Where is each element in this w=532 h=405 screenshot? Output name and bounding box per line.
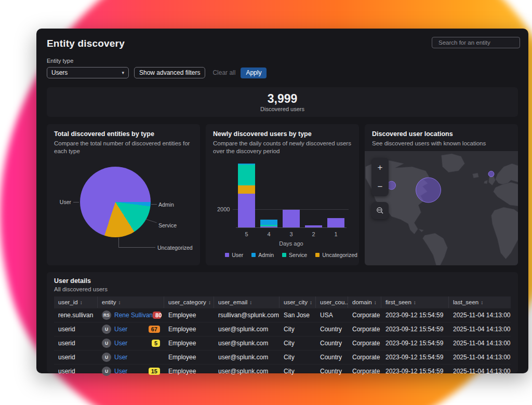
pie-chart: User Admin Service Uncategorized (54, 157, 193, 259)
bar-segment-uncategorized (238, 185, 255, 194)
sort-icon: ↕ (80, 300, 83, 305)
sort-icon: ↕ (118, 300, 121, 305)
cell-last-seen: 2025-11-04 14:13:00 (449, 322, 511, 336)
cell-entity: UUser67 (98, 322, 164, 336)
column-header-domain[interactable]: domain↕ (348, 296, 381, 308)
entity-type-dropdown[interactable]: Users ▾ (47, 67, 129, 78)
world-map[interactable]: + − (365, 151, 518, 265)
leader-line-user (73, 202, 79, 203)
x-axis-ticks: 54321 (236, 231, 347, 237)
map-card: Discovered user locations See discovered… (365, 124, 518, 265)
cell-user-country: Country (316, 350, 348, 364)
cell-user-country: Country (316, 365, 348, 378)
chart-legend: UserAdminServiceUncategorized (236, 252, 347, 258)
risk-score-badge: 5 (152, 340, 160, 347)
table-header-row: user_id↕entity↕user_category↕user_email↕… (54, 296, 511, 308)
bar-card-subtitle: Compare the daily counts of newly discov… (213, 140, 352, 155)
leader-line-service (145, 219, 156, 223)
search-input[interactable] (438, 39, 518, 46)
entity-discovery-window: Entity discovery Entity type Users ▾ Sho… (36, 29, 528, 373)
column-label: last_seen (453, 299, 478, 305)
cell-user-id: userid (54, 350, 98, 364)
sort-icon: ↕ (481, 300, 483, 305)
entity-link[interactable]: User (114, 354, 127, 361)
column-header-user_cou[interactable]: user_cou...↕ (316, 296, 348, 308)
zoom-fit-icon (376, 207, 384, 214)
user-details-card: User details All discovered users user_i… (47, 272, 518, 373)
cell-user-email: user@splunk.com (214, 322, 280, 336)
column-header-user_city[interactable]: user_city↕ (280, 296, 316, 308)
table-subtitle: All discovered users (54, 286, 511, 292)
cell-user-city: San Jose (280, 308, 316, 322)
cell-domain: Corporate (348, 336, 381, 350)
stacked-bar (260, 220, 277, 227)
column-header-first_seen[interactable]: first_seen↕ (381, 296, 449, 308)
risk-score-badge: 67 (149, 326, 160, 333)
cell-first-seen: 2023-09-12 15:54:59 (381, 350, 449, 364)
column-header-user_category[interactable]: user_category↕ (164, 296, 214, 308)
table-row: rene.sullivanRSRene Sullivan80Employeers… (54, 308, 511, 322)
pie-label-service: Service (158, 222, 177, 228)
legend-label: Uncategorized (322, 252, 357, 258)
risk-score-badge: 15 (149, 368, 160, 375)
bar-segment-user (327, 218, 344, 227)
clear-all-button[interactable]: Clear all (212, 69, 235, 76)
cell-last-seen: 2025-11-04 14:13:00 (449, 336, 511, 350)
x-tick: 5 (238, 231, 255, 237)
column-label: entity (102, 299, 116, 305)
chevron-down-icon: ▾ (122, 70, 124, 75)
pie-card-title: Total discovered entities by type (54, 130, 193, 138)
x-tick: 1 (327, 231, 344, 237)
map-zoom-out-button[interactable]: − (371, 177, 389, 196)
table-row: useridUUser67Employeeuser@splunk.comCity… (54, 322, 511, 336)
cell-entity: UUser5 (98, 336, 164, 350)
cell-user-city: City (280, 322, 316, 336)
entity-link[interactable]: User (114, 368, 127, 375)
cell-domain: Corporate (348, 365, 381, 378)
kpi-value: 3,999 (268, 92, 298, 105)
kpi-label: Discovered users (260, 106, 304, 112)
cell-entity: UUser (98, 350, 164, 364)
x-tick: 2 (305, 231, 322, 237)
cell-user-city: City (280, 336, 316, 350)
column-header-user_email[interactable]: user_email↕ (214, 296, 280, 308)
bar-segment-admin (260, 220, 277, 225)
entity-search[interactable] (432, 37, 520, 48)
sort-icon: ↕ (414, 300, 416, 305)
cell-user-category: Employee (164, 308, 214, 322)
entity-link[interactable]: Rene Sullivan (114, 312, 153, 319)
column-header-user_id[interactable]: user_id↕ (54, 296, 98, 308)
legend-swatch (225, 253, 229, 257)
apply-button[interactable]: Apply (241, 68, 267, 78)
leader-line-admin (151, 204, 157, 205)
cell-first-seen: 2023-09-12 15:54:59 (381, 336, 449, 350)
x-tick: 3 (283, 231, 300, 237)
stacked-bar (327, 218, 344, 227)
legend-swatch (251, 253, 256, 257)
legend-item-uncategorized: Uncategorized (315, 252, 357, 258)
column-header-entity[interactable]: entity↕ (98, 296, 164, 308)
risk-score-badge: 80 (153, 312, 161, 319)
cell-user-country: Country (316, 336, 348, 350)
avatar: U (102, 367, 111, 376)
bar-plot-area (236, 160, 347, 228)
cell-domain: Corporate (348, 308, 381, 322)
page: Entity discovery Entity type Users ▾ Sho… (0, 0, 532, 405)
cell-user-country: USA (316, 308, 348, 322)
cell-user-id: userid (54, 336, 98, 350)
entity-type-label: Entity type (47, 58, 518, 64)
cell-user-category: Employee (164, 350, 214, 364)
x-tick: 4 (260, 231, 277, 237)
table-row: useridUUser5Employeeuser@splunk.comCityC… (54, 336, 511, 350)
map-zoom-in-button[interactable]: + (371, 158, 389, 177)
pie-chart-card: Total discovered entities by type Compar… (47, 124, 200, 265)
entity-link[interactable]: User (114, 326, 127, 333)
column-label: user_id (58, 299, 78, 305)
column-header-last_seen[interactable]: last_seen↕ (449, 296, 511, 308)
map-zoom-fit-button[interactable] (371, 202, 389, 219)
entity-type-value: Users (51, 69, 68, 76)
show-advanced-filters-button[interactable]: Show advanced filters (134, 67, 205, 78)
bar-segment-user (283, 210, 300, 227)
entity-link[interactable]: User (114, 340, 127, 347)
cell-first-seen: 2023-09-12 15:54:59 (381, 365, 449, 378)
